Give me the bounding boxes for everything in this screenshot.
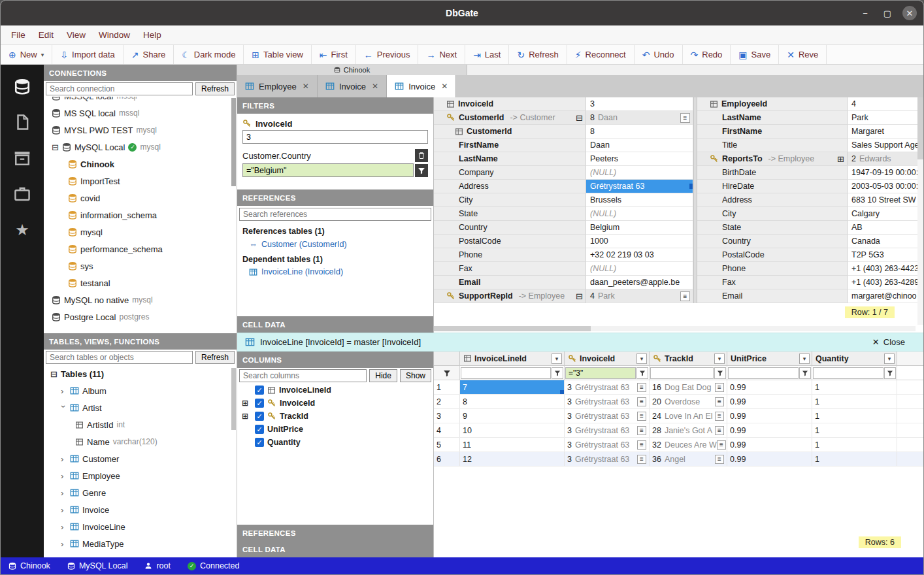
trackid-cell[interactable]: 28Janie's Got A≡ <box>650 423 727 437</box>
table-tree-item[interactable]: › MediaType <box>44 535 237 552</box>
form-field-value[interactable]: Sales Support Age <box>848 139 923 152</box>
connection-item[interactable]: testanal <box>44 274 237 291</box>
toolbar-button[interactable]: ⊕ New ▾ <box>1 45 52 64</box>
expand-icon[interactable]: ⊞ <box>242 399 252 408</box>
trackid-cell[interactable]: 20Overdose≡ <box>650 395 727 408</box>
form-field-label[interactable]: Fax <box>434 262 586 276</box>
quantity-cell[interactable]: 1 <box>812 395 897 408</box>
form-field-label[interactable]: Phone <box>434 248 586 262</box>
connection-item[interactable]: ⊟ MySQL Local ✓ mysql <box>44 139 237 156</box>
filter-value-input[interactable] <box>242 130 428 144</box>
invoicelineid-cell[interactable]: 10 <box>460 423 565 437</box>
unitprice-cell[interactable]: 0.99 <box>727 423 812 437</box>
column-list-item[interactable]: ⊞ ✓ InvoiceId <box>237 397 433 410</box>
chevron-right-icon[interactable]: › <box>61 522 67 532</box>
menu-item[interactable]: View <box>60 30 92 40</box>
invoiceid-cell[interactable]: 3Grétrystraat 63≡ <box>565 438 650 452</box>
filter-menu-button[interactable] <box>415 164 428 177</box>
form-field-value[interactable]: Peeters <box>586 152 693 166</box>
form-field-value[interactable]: (NULL) <box>586 166 693 180</box>
quantity-cell[interactable]: 1 <box>812 452 897 466</box>
unitprice-cell[interactable]: 0.99 <box>727 452 812 466</box>
form-field-value[interactable]: Belgium <box>586 221 693 235</box>
filter-menu-button[interactable] <box>552 367 563 379</box>
column-checkbox[interactable]: ✓ <box>255 386 264 395</box>
filter-menu-button[interactable] <box>636 367 648 379</box>
form-field-label[interactable]: CustomerId <box>434 125 586 139</box>
form-field-value[interactable]: (NULL) <box>586 207 693 221</box>
filter-icon-cell[interactable] <box>434 366 460 380</box>
column-menu-button[interactable]: ▾ <box>884 353 895 364</box>
form-field-label[interactable]: CustomerId -> Customer ⊟ <box>434 111 586 125</box>
connection-item[interactable]: Postgre Local postgres <box>44 308 237 325</box>
invoiceid-cell[interactable]: 3Grétrystraat 63≡ <box>565 380 650 394</box>
menu-item[interactable]: Window <box>92 30 137 40</box>
column-filter-input[interactable] <box>813 367 883 379</box>
toolbar-button[interactable]: ✕ Reve <box>779 45 827 64</box>
quantity-cell[interactable]: 1 <box>812 380 897 394</box>
refresh-tables-button[interactable]: Refresh <box>195 351 235 364</box>
expand-collapse-icon[interactable]: ⊞ <box>837 154 844 164</box>
show-column-button[interactable]: Show <box>400 369 431 382</box>
connection-item[interactable]: sys <box>44 257 237 274</box>
column-header[interactable]: InvoiceLineId ▾ <box>460 352 565 365</box>
form-field-value[interactable]: +1 (403) 263-4289 <box>848 276 923 289</box>
toolbar-button[interactable]: → Next <box>418 45 465 64</box>
column-checkbox[interactable]: ✓ <box>255 438 264 447</box>
unitprice-cell[interactable]: 0.99 <box>727 409 812 423</box>
form-field-value[interactable]: 1000 <box>586 235 693 248</box>
table-tree-item[interactable]: › InvoiceLine <box>44 518 237 535</box>
menu-item[interactable]: File <box>5 30 32 40</box>
toolbar-button[interactable]: ⇤ First <box>312 45 356 64</box>
form-field-label[interactable]: City <box>434 193 586 207</box>
expand-icon[interactable]: ⊞ <box>242 412 252 421</box>
chevron-right-icon[interactable]: › <box>61 488 67 498</box>
tab-close-icon[interactable]: ✕ <box>441 82 448 91</box>
table-tree-item[interactable]: › Artist <box>44 399 237 416</box>
invoiceid-cell[interactable]: 3Grétrystraat 63≡ <box>565 395 650 408</box>
form-field-label[interactable]: SupportRepId -> Employee ⊟ <box>434 289 586 303</box>
form-field-label[interactable]: EmployeeId <box>697 97 848 111</box>
unitprice-cell[interactable]: 0.99 <box>727 395 812 408</box>
invoicelineid-cell[interactable]: 12 <box>460 452 565 466</box>
tab-close-icon[interactable]: ✕ <box>303 82 309 91</box>
filter-value-input[interactable] <box>242 163 414 177</box>
toolbar-button[interactable]: ▣ Save <box>731 45 779 64</box>
form-field-label[interactable]: Email <box>434 276 586 289</box>
column-checkbox[interactable]: ✓ <box>255 425 264 434</box>
quantity-cell[interactable]: 1 <box>812 423 897 437</box>
invoiceid-cell[interactable]: 3Grétrystraat 63≡ <box>565 409 650 423</box>
column-menu-button[interactable]: ▾ <box>552 353 562 364</box>
chevron-right-icon[interactable]: › <box>61 454 67 464</box>
form-field-label[interactable]: State <box>434 207 586 221</box>
form-field-label[interactable]: HireDate <box>697 180 848 193</box>
form-field-label[interactable]: ReportsTo -> Employee ⊞ <box>697 152 848 166</box>
form-field-value[interactable]: Margaret <box>848 125 923 139</box>
tab[interactable]: Invoice ✕ <box>387 75 456 97</box>
form-field-label[interactable]: Country <box>697 235 848 248</box>
connection-item[interactable]: performance_schema <box>44 240 237 257</box>
unitprice-cell[interactable]: 0.99 <box>727 438 812 452</box>
form-field-label[interactable]: Address <box>434 180 586 193</box>
form-field-value[interactable]: 1947-09-19 00:00: <box>848 166 923 180</box>
open-record-icon[interactable]: ≡ <box>715 412 724 421</box>
form-field-value[interactable]: 2003-05-03 00:00: <box>848 180 923 193</box>
toolbar-button[interactable]: ⚡ Reconnect <box>567 45 635 64</box>
grid-corner-cell[interactable] <box>434 352 460 365</box>
connection-item[interactable]: covid <box>44 189 237 206</box>
open-record-icon[interactable]: ≡ <box>680 113 690 123</box>
column-filter-input[interactable] <box>565 367 636 379</box>
trackid-cell[interactable]: 24Love In An El≡ <box>650 409 727 423</box>
collapse-icon[interactable]: ⊟ <box>52 142 59 152</box>
open-record-icon[interactable]: ≡ <box>637 426 646 435</box>
form-field-value[interactable]: 683 10 Street SW <box>848 193 923 207</box>
search-tables-input[interactable] <box>46 351 193 364</box>
toolbar-button[interactable]: ⇥ Last <box>465 45 509 64</box>
search-references-input[interactable] <box>239 208 431 221</box>
form-field-value[interactable]: 4 Park ≡ <box>586 289 693 303</box>
form-field-value[interactable]: +32 02 219 03 03 <box>586 248 693 262</box>
form-field-value[interactable]: Grétrystraat 63 <box>586 180 693 193</box>
form-field-value[interactable]: (NULL) <box>586 262 693 276</box>
form-field-value[interactable]: Park <box>848 111 923 125</box>
reference-link[interactable]: ⇔ Customer (CustomerId) <box>237 237 433 251</box>
